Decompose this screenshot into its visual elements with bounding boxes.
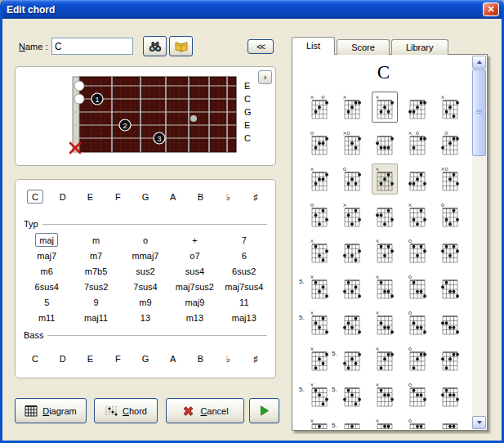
finger-dot-2[interactable]: 2 — [119, 119, 131, 131]
chord-diagram-44[interactable] — [404, 379, 430, 410]
type-11[interactable]: 11 — [235, 295, 252, 309]
bass-note-E[interactable]: E — [83, 351, 99, 365]
chord-diagram-50[interactable] — [437, 415, 463, 429]
chord-diagram-5[interactable] — [437, 92, 463, 123]
chord-diagram-34[interactable] — [404, 307, 430, 338]
chord-diagram-12[interactable] — [339, 163, 365, 195]
bass-note-♯[interactable]: ♯ — [248, 351, 264, 365]
chord-diagram-1[interactable] — [306, 92, 332, 123]
root-note-C[interactable]: C — [27, 190, 43, 204]
bass-note-F[interactable]: F — [109, 351, 126, 365]
chord-diagram-24[interactable] — [404, 235, 430, 266]
chord-diagram-8[interactable] — [372, 128, 398, 159]
chord-diagram-20[interactable] — [437, 199, 463, 230]
type-13[interactable]: 13 — [136, 311, 154, 324]
chord-diagram-2[interactable] — [339, 92, 365, 123]
root-note-A[interactable]: A — [165, 190, 181, 204]
chord-diagram-31[interactable]: 5. — [306, 307, 332, 338]
root-note-♭[interactable]: ♭ — [220, 190, 236, 204]
chord-diagram-25[interactable] — [437, 235, 463, 266]
close-button[interactable]: ✕ — [483, 2, 499, 16]
type-6sus4[interactable]: 6sus4 — [31, 280, 63, 293]
chord-diagram-36[interactable] — [306, 343, 332, 374]
chord-diagram-19[interactable] — [404, 199, 430, 230]
root-note-G[interactable]: G — [137, 190, 154, 204]
next-variant-button[interactable]: › — [258, 70, 272, 84]
scroll-up-button[interactable] — [472, 56, 486, 69]
chord-diagram-7[interactable] — [339, 128, 365, 159]
collapse-button[interactable]: << — [248, 39, 274, 54]
chord-diagram-27[interactable] — [339, 271, 365, 302]
type-+[interactable]: + — [186, 233, 203, 247]
tab-score[interactable]: Score — [337, 39, 390, 55]
type-maj7sus2[interactable]: maj7sus2 — [172, 280, 218, 293]
bass-note-B[interactable]: B — [193, 351, 209, 365]
bass-note-A[interactable]: A — [165, 351, 181, 365]
type-6sus2[interactable]: 6sus2 — [228, 264, 260, 278]
chord-library-button[interactable] — [169, 36, 193, 56]
type-6[interactable]: 6 — [236, 248, 252, 262]
type-maj11[interactable]: maj11 — [80, 311, 112, 324]
chord-diagram-6[interactable] — [306, 128, 332, 159]
chord-diagram-43[interactable] — [372, 379, 398, 410]
chord-diagram-49[interactable] — [404, 415, 430, 429]
type-maj9[interactable]: maj9 — [181, 295, 208, 309]
type-m[interactable]: m — [88, 233, 105, 247]
type-m7b5[interactable]: m7b5 — [81, 264, 112, 278]
type-o7[interactable]: o7 — [185, 248, 203, 262]
chord-diagram-35[interactable] — [437, 307, 463, 338]
scrollbar-thumb[interactable] — [472, 69, 486, 156]
chord-diagram-16[interactable] — [306, 199, 332, 230]
chord-diagram-4[interactable] — [404, 92, 430, 123]
scroll-down-button[interactable] — [472, 416, 486, 429]
chord-diagram-11[interactable] — [306, 163, 332, 195]
chord-diagram-47[interactable]: 5. — [339, 415, 365, 429]
type-m11[interactable]: m11 — [34, 311, 60, 324]
type-m13[interactable]: m13 — [182, 311, 207, 324]
tab-library[interactable]: Library — [391, 39, 448, 55]
chord-diagram-21[interactable] — [306, 235, 332, 266]
chord-diagram-18[interactable] — [372, 199, 398, 230]
chord-diagram-38[interactable] — [372, 343, 398, 374]
chord-diagram-37[interactable]: 5. — [339, 343, 365, 374]
chord-diagram-28[interactable] — [372, 271, 398, 302]
type-maj7[interactable]: maj7 — [33, 248, 60, 262]
chord-diagram-30[interactable] — [437, 271, 463, 302]
finger-dot-1[interactable]: 1 — [91, 93, 103, 105]
play-button[interactable] — [249, 398, 279, 423]
chord-diagram-23[interactable] — [372, 235, 398, 266]
chord-diagram-15[interactable] — [437, 163, 463, 195]
bass-note-G[interactable]: G — [137, 351, 154, 365]
chord-diagram-33[interactable] — [372, 307, 398, 338]
type-7[interactable]: 7 — [236, 233, 252, 247]
type-7sus4[interactable]: 7sus4 — [129, 280, 161, 293]
type-maj7sus4[interactable]: maj7sus4 — [221, 280, 267, 293]
chord-diagram-48[interactable] — [372, 415, 398, 429]
type-m9[interactable]: m9 — [135, 295, 155, 309]
chord-diagram-41[interactable]: 5. — [306, 379, 332, 410]
type-9[interactable]: 9 — [88, 295, 105, 309]
type-sus2[interactable]: sus2 — [132, 264, 158, 278]
vertical-scrollbar[interactable] — [472, 56, 486, 429]
titlebar[interactable]: Edit chord ✕ — [0, 0, 504, 19]
type-5[interactable]: 5 — [38, 295, 55, 309]
chord-diagram-42[interactable]: 5. — [339, 379, 365, 410]
chord-diagram-17[interactable] — [339, 199, 365, 230]
diagram-button[interactable]: Diagram — [15, 398, 87, 423]
chord-diagram-13[interactable] — [372, 163, 398, 195]
name-input[interactable] — [51, 38, 133, 55]
type-maj[interactable]: maj — [35, 233, 58, 247]
chord-diagram-32[interactable] — [339, 307, 365, 338]
chord-diagram-40[interactable] — [437, 343, 463, 374]
type-maj13[interactable]: maj13 — [228, 311, 261, 324]
chord-diagram-39[interactable] — [404, 343, 430, 374]
bass-note-C[interactable]: C — [27, 351, 43, 365]
tab-list[interactable]: List — [292, 37, 335, 55]
chord-diagram-10[interactable] — [437, 128, 463, 159]
bass-note-♭[interactable]: ♭ — [220, 351, 236, 365]
root-note-B[interactable]: B — [193, 190, 209, 204]
bass-note-D[interactable]: D — [55, 351, 71, 365]
type-o[interactable]: o — [137, 233, 154, 247]
type-mmaj7[interactable]: mmaj7 — [127, 248, 163, 262]
type-m7[interactable]: m7 — [86, 248, 106, 262]
